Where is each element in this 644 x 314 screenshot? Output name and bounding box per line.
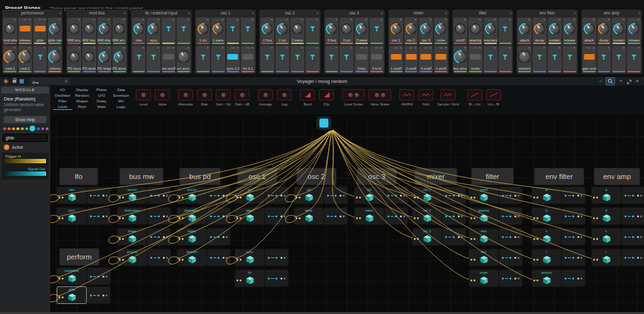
cell-close-icon[interactable]: × [142,18,144,21]
node-env-filter-amount[interactable]: amount [531,269,562,287]
cell-close-icon[interactable]: × [187,46,189,50]
node-io-bus-mw-source[interactable] [147,187,171,204]
toggle-button[interactable] [436,54,447,60]
tab-close-icon[interactable]: × [65,79,67,84]
cell-close-icon[interactable]: × [365,46,367,50]
node-osc-1-wave[interactable]: wave [235,207,265,225]
knob[interactable] [84,51,95,63]
module-header-osc-1[interactable]: osc 1 [237,168,277,185]
cell-close-icon[interactable]: × [638,46,640,50]
fader-icon[interactable] [280,55,285,60]
palette-item-bend[interactable]: Bend [300,89,315,106]
node-filter-mode[interactable]: mode [469,269,499,287]
cell-close-icon[interactable]: × [573,18,575,21]
cell-close-icon[interactable]: × [445,46,447,50]
color-swatch[interactable] [3,127,6,131]
node-perform-glide[interactable]: glide [57,286,87,304]
palette-item-uni-bi[interactable]: Uni→Bi [486,89,501,106]
palette-item-am-rm[interactable]: AM/RM [399,89,414,106]
palette-item-hold[interactable]: Hold [418,89,433,106]
toggle-button[interactable] [470,54,480,60]
cell-close-icon[interactable]: × [206,18,208,21]
cell-close-icon[interactable]: × [172,18,174,21]
panel-close-icon[interactable]: × [509,9,512,17]
cell-close-icon[interactable]: × [638,18,640,21]
cell-close-icon[interactable]: × [414,46,416,50]
module-name-input[interactable]: glide [3,134,48,142]
cell-close-icon[interactable]: × [350,18,352,21]
cell-close-icon[interactable]: × [316,46,318,50]
knob[interactable] [49,23,60,35]
node-io-lfo-rate[interactable] [87,187,111,204]
panel-close-icon[interactable]: × [187,9,190,17]
tab-level[interactable]: Level [53,104,72,110]
toggle-button[interactable] [406,54,416,60]
knob[interactable] [598,23,609,35]
cell-close-icon[interactable]: × [28,18,30,21]
palette-item-clip[interactable]: Clip [319,89,334,106]
cell-close-icon[interactable]: × [14,18,16,21]
panel-close-icon[interactable]: × [316,9,319,17]
node-io-mixer-osc-3[interactable] [442,228,466,246]
cell-close-icon[interactable]: × [399,46,401,50]
module-header-osc-2[interactable]: osc 2 [296,168,336,185]
node-filter-reso[interactable]: reso [469,228,499,246]
knob[interactable] [326,23,337,35]
node-io-bus-pd-amount[interactable] [207,249,231,266]
cell-close-icon[interactable]: × [172,46,174,50]
cell-close-icon[interactable]: × [558,46,560,50]
fader-icon[interactable] [38,55,43,60]
knob[interactable] [114,51,125,63]
node-filter-cutoff[interactable]: cutoff [469,187,499,204]
node-bus-pd-destination[interactable]: destination [177,207,207,225]
node-io-env-filter-amount[interactable] [562,269,586,287]
panel-close-icon[interactable]: × [59,9,62,17]
knob[interactable] [148,23,159,35]
color-swatch[interactable] [42,127,45,131]
node-env-filter-d[interactable]: d [531,207,562,225]
knob[interactable] [69,51,80,63]
node-bus-pd-shape[interactable]: shape [177,228,207,246]
module-header-perform[interactable]: perform [59,248,99,266]
palette-item-gain-vol[interactable]: Gain - Vol [216,89,231,106]
tab-phase[interactable]: Phase [92,87,111,92]
node-io-osc-2-wave[interactable] [324,207,348,225]
node-io-osc-1-wave[interactable] [265,207,289,225]
cell-close-icon[interactable]: × [108,18,110,21]
cell-close-icon[interactable]: × [236,46,238,50]
module-header-bus-pd[interactable]: bus pd [179,168,221,185]
node-io-mixer-osc-2[interactable] [442,207,466,225]
cell-close-icon[interactable]: × [509,18,511,21]
cell-close-icon[interactable]: × [78,18,80,21]
node-osc-3-wave[interactable]: wave [354,207,384,225]
palette-item-value-scaler[interactable]: Value Scaler [369,89,391,106]
fader-icon[interactable] [567,55,572,60]
cell-close-icon[interactable]: × [464,46,466,50]
cell-close-icon[interactable]: × [623,46,625,50]
cell-close-icon[interactable]: × [430,46,431,50]
node-io-filter-reso[interactable] [499,228,523,246]
node-env-filter-a[interactable]: a [531,187,562,204]
cell-close-icon[interactable]: × [157,18,159,21]
cell-close-icon[interactable]: × [445,18,447,21]
cell-close-icon[interactable]: × [623,18,625,21]
node-io-osc-1-oct[interactable] [265,187,289,204]
node-env-amp-a[interactable]: a [591,187,621,204]
knob[interactable] [133,23,145,35]
fader-icon[interactable] [329,55,334,60]
cell-close-icon[interactable]: × [592,46,594,50]
fader-icon[interactable] [344,55,349,60]
node-io-env-amp-d[interactable] [621,207,644,225]
knob[interactable] [69,23,80,35]
toggle-button[interactable] [35,26,45,31]
node-io-filter-cutoff[interactable] [499,187,523,204]
node-io-bus-mw-shape[interactable] [147,228,171,246]
knob[interactable] [470,23,481,35]
node-bus-mw-source[interactable]: source [117,187,147,204]
palette-item-lag[interactable]: Lag [277,89,292,106]
node-io-env-filter-s[interactable] [562,228,586,246]
panel-close-icon[interactable]: × [380,9,383,17]
node-env-amp-r[interactable]: r [591,249,621,266]
cell-close-icon[interactable]: × [573,46,575,50]
node-osc-3-oct[interactable]: oct [354,187,384,204]
